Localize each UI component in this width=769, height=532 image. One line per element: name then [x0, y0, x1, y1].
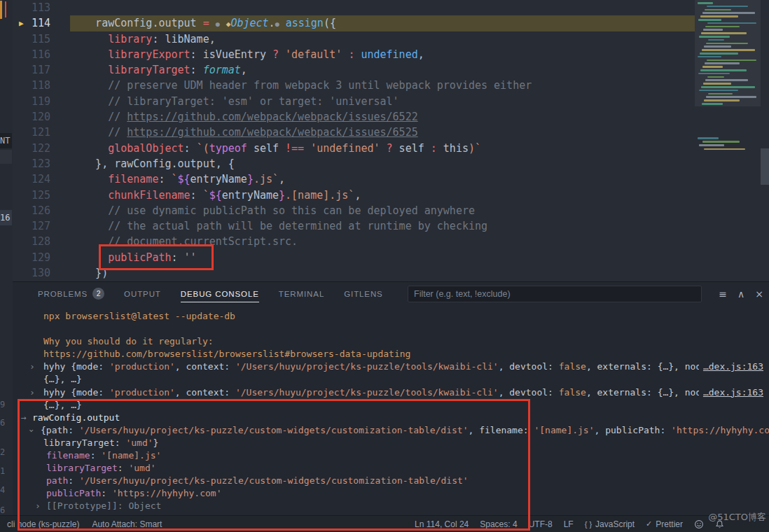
code-token: `( [197, 142, 209, 155]
console-token: : [90, 450, 102, 461]
console-token: false [559, 387, 586, 398]
editor-line[interactable]: 129 publicPath: '' [13, 250, 769, 265]
status-item-lf[interactable]: LF [564, 519, 574, 529]
editor-line[interactable]: 115 library: libName, [13, 31, 769, 47]
status-item-prettier[interactable]: ✓Prettier [646, 519, 683, 529]
console-token: Object [128, 500, 161, 511]
editor-line[interactable]: 124 filename: `${entryName}.js`, [13, 172, 769, 187]
filter-lines-icon[interactable]: ≡ [719, 288, 727, 300]
source-link[interactable]: …dex.js:163 [699, 360, 763, 373]
editor-line[interactable]: 119 // libraryTarget: 'esm' or target: '… [13, 94, 769, 109]
status-item-utf-8[interactable]: UTF-8 [529, 519, 553, 529]
code-editor[interactable]: 113▶114 rawConfig.output = ● ◆Object.● a… [13, 0, 769, 281]
code-text: libraryTarget: format, [50, 64, 247, 76]
status-item-javascript[interactable]: { }JavaScript [585, 519, 635, 529]
console-row[interactable]: →rawConfig.output [13, 412, 769, 424]
code-token: )` [469, 142, 481, 155]
editor-line[interactable]: 117 libraryTarget: format, [13, 62, 769, 78]
editor-line[interactable]: 128 // document.currentScript.src. [13, 234, 769, 249]
tab-gitlens[interactable]: GITLENS [344, 282, 383, 305]
minimap-line [699, 90, 738, 92]
code-token: .[name].js` [285, 189, 354, 202]
minimap-line [698, 19, 721, 21]
editor-line[interactable]: 113 [13, 0, 769, 15]
editor-line[interactable]: 121 // https://github.com/webpack/webpac… [13, 125, 769, 140]
close-panel-icon[interactable]: × [755, 288, 763, 300]
editor-line[interactable]: 116 libraryExport: isVueEntry ? 'default… [13, 47, 769, 62]
console-token: libraryTarget: [43, 438, 125, 448]
scrollbar-thumb[interactable] [761, 148, 769, 185]
editor-line[interactable]: 120 // https://github.com/webpack/webpac… [13, 109, 769, 125]
console-row[interactable]: publicPath: 'https://hyhyhy.com' [13, 487, 769, 500]
code-text: library: libName, [50, 33, 216, 46]
console-row[interactable]: ›[[Prototype]]: Object [13, 500, 769, 512]
code-token [279, 48, 285, 61]
minimap[interactable] [695, 0, 761, 161]
console-token: {mode: [71, 387, 109, 398]
console-token: : [101, 488, 112, 498]
console-row[interactable]: npx browserslist@latest --update-db [13, 310, 769, 323]
expander-icon[interactable]: › [25, 428, 38, 433]
code-token: } [247, 173, 254, 186]
line-number: 128 [13, 234, 50, 249]
code-token: // document.currentScript.src. [70, 235, 298, 248]
tab-terminal[interactable]: TERMINAL [279, 282, 324, 305]
editor-line[interactable]: 127 // the actual path will be determine… [13, 218, 769, 234]
debug-console-output[interactable]: npx browserslist@latest --update-dbWhy y… [13, 305, 769, 516]
editor-line[interactable]: 122 globalObject: `(typeof self !== 'und… [13, 141, 769, 156]
code-text: }, rawConfig.output, { [50, 158, 235, 170]
editor-lines: 113▶114 rawConfig.output = ● ◆Object.● a… [13, 0, 769, 281]
console-token: , publicPath: [595, 425, 672, 435]
status-item-cli-node-ks-puzzle[interactable]: cli node (ks-puzzle) [7, 519, 79, 529]
gutter-decoration-red [5, 1, 6, 18]
editor-line[interactable]: 126 // use dynamic publicPath so this ca… [13, 203, 769, 218]
console-token: , context: [175, 361, 235, 372]
console-row[interactable]: Why you should do it regularly: [13, 335, 769, 348]
expander-icon[interactable]: › [29, 386, 35, 399]
console-token: 'umd' [128, 463, 155, 473]
code-token: isVueEntry [203, 48, 272, 61]
console-row[interactable]: filename: '[name].js' [13, 449, 769, 462]
editor-line[interactable]: 130 }) [13, 265, 769, 281]
console-row[interactable]: {…}, …} [13, 373, 769, 386]
status-item-auto-attach-smart[interactable]: Auto Attach: Smart [92, 519, 162, 529]
console-token: {…}, …} [43, 374, 82, 384]
console-row[interactable]: ›hyhy {mode: 'production', context: '/Us… [13, 360, 769, 373]
console-row[interactable]: {…}, …} [13, 399, 769, 412]
collapse-panel-icon[interactable]: ∧ [737, 288, 744, 300]
code-text: libraryExport: isVueEntry ? 'default' : … [50, 48, 424, 61]
code-token: , [354, 189, 361, 202]
console-filter-input[interactable] [408, 286, 702, 302]
problems-badge: 2 [92, 288, 104, 300]
editor-line[interactable]: 118 // preserve UDM header from webpack … [13, 78, 769, 93]
editor-line[interactable]: ▶114 rawConfig.output = ● ◆Object.● assi… [13, 15, 769, 31]
tab-output[interactable]: OUTPUT [124, 282, 161, 305]
source-link[interactable]: …dex.js:163 [699, 386, 763, 399]
console-row[interactable]: libraryTarget: 'umd' [13, 462, 769, 475]
console-row[interactable]: ›hyhy {mode: 'production', context: '/Us… [13, 386, 769, 399]
console-row[interactable]: path: '/Users/huyu/project/ks-puzzle/cus… [13, 475, 769, 487]
console-row[interactable]: https://github.com/browserslist/browsers… [13, 348, 769, 360]
minimap-line [706, 43, 748, 45]
status-label: Ln 114, Col 24 [415, 519, 469, 529]
tab-debug-console[interactable]: DEBUG CONSOLE [181, 282, 259, 305]
console-token: , devtool: [499, 361, 559, 372]
feedback-icon[interactable] [694, 519, 704, 529]
expander-icon[interactable]: → [21, 412, 27, 424]
console-row[interactable]: libraryTarget: 'umd'} [13, 437, 769, 449]
console-token: npx browserslist@latest --update-db [43, 311, 235, 321]
tab-problems[interactable]: PROBLEMS2 [38, 282, 104, 305]
console-row[interactable]: ›{path: '/Users/huyu/project/ks-puzzle/c… [13, 424, 769, 437]
editor-line[interactable]: 123 }, rawConfig.output, { [13, 156, 769, 172]
expander-icon[interactable]: › [35, 500, 41, 512]
code-token: rawConfig.output [70, 17, 203, 29]
editor-line[interactable]: 125 chunkFilename: `${entryName}.[name].… [13, 188, 769, 203]
status-item-spaces-4[interactable]: Spaces: 4 [480, 519, 517, 529]
code-token: ? [272, 48, 279, 61]
expander-icon[interactable]: › [29, 360, 35, 373]
tab-label: DEBUG CONSOLE [181, 290, 259, 298]
minimap-line [698, 2, 713, 4]
code-token: } [279, 189, 285, 202]
status-item-ln-114-col-24[interactable]: Ln 114, Col 24 [415, 519, 469, 529]
console-row[interactable] [13, 323, 769, 335]
